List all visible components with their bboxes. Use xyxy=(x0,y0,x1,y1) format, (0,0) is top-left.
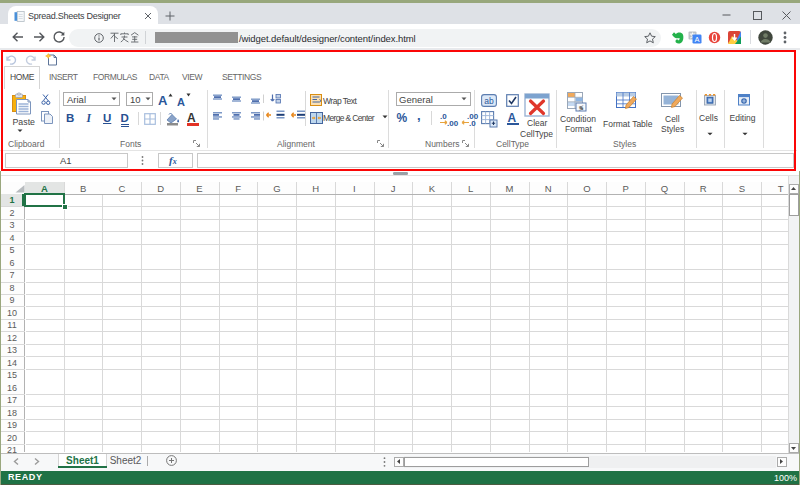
svg-text:A: A xyxy=(694,34,699,43)
